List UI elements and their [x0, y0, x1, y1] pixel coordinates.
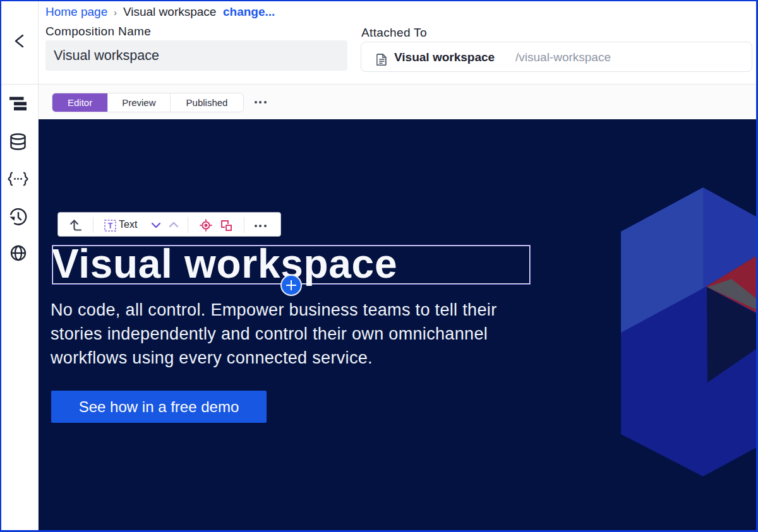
svg-text:T: T — [108, 222, 113, 230]
